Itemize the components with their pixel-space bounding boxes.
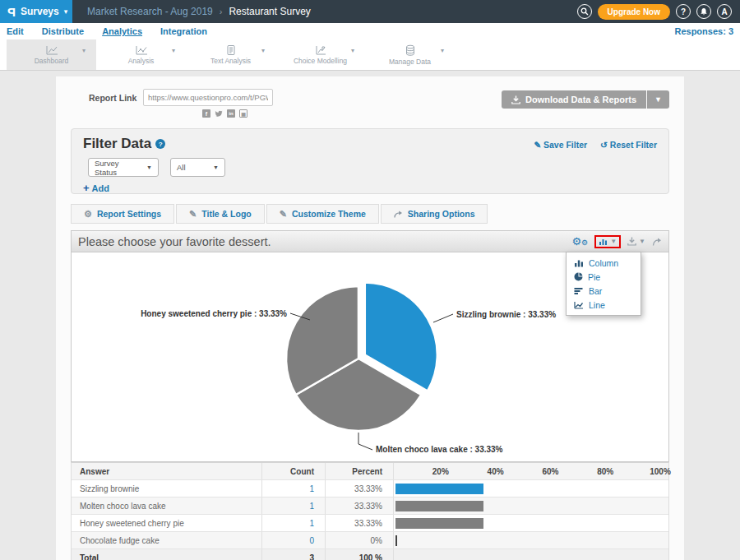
breadcrumb-survey-name: Restaurant Survey [229,6,310,17]
question-title: Please choose your favorite dessert. [78,235,271,248]
table-row: Honey sweetened cherry pie133.33% [72,514,668,531]
answer-cell: Sizzling brownie [72,480,262,497]
share-icon [652,238,662,246]
chart-share-button[interactable] [652,238,662,246]
axis-tick-60%: 60% [542,467,558,476]
header-axis-ticks: 20%40%60%80%100% [394,463,668,479]
toolbar-item-dashboard[interactable]: ▾ Dashboard [7,39,96,70]
nav-item-distribute[interactable]: Distribute [42,26,84,36]
avatar[interactable]: A [717,4,732,19]
count-link[interactable]: 1 [309,484,314,493]
count-link[interactable]: 0 [309,536,314,545]
chart-download-button[interactable]: ▼ [627,237,645,246]
report-link-input[interactable] [143,89,273,106]
table-row: Molten choco lava cake133.33% [72,497,668,514]
upgrade-now-button[interactable]: Upgrade Now [598,4,670,20]
breadcrumb-project-link[interactable]: Market Research - Aug 2019 [87,6,213,17]
responses-count-link[interactable]: Responses: 3 [674,26,733,36]
survey-status-select[interactable]: Survey Status▼ [88,158,159,177]
bar-cell [394,532,668,548]
answer-bar [395,484,483,494]
chevron-down-icon[interactable]: ▾ [441,47,444,54]
nav-item-integration[interactable]: Integration [160,26,207,36]
toolbar-item-analysis[interactable]: ▾ Analysis [96,39,186,70]
download-data-reports-button[interactable]: Download Data & Reports ▼ [502,90,669,109]
count-link[interactable]: 1 [309,502,314,511]
header-percent: Percent [326,463,394,479]
nav-item-edit[interactable]: Edit [7,26,24,36]
twitter-icon[interactable] [215,110,223,118]
linkedin-icon[interactable]: in [227,109,235,118]
product-name: Surveys [21,6,59,17]
filter-data-panel: Filter Data ? ✎ Save Filter ↺ Reset Filt… [71,128,669,194]
axis-tick-80%: 80% [597,467,613,476]
question-chart-panel: Please choose your favorite dessert. ⚙⚙ … [71,230,669,462]
top-navigation-bar: P Surveys ▾ Market Research - Aug 2019 ›… [0,0,740,23]
chart-type-menu: Column Pie Bar Line [566,252,641,316]
model-chart-icon [313,44,328,56]
count-cell: 1 [262,480,326,497]
tab-customize-theme[interactable]: ✎Customize Theme [266,204,379,224]
notifications-bell-icon[interactable] [696,4,711,19]
chevron-down-icon: ▼ [146,164,152,170]
menu-item-pie[interactable]: Pie [567,270,641,284]
percent-cell: 33.33% [326,515,394,531]
table-row: Sizzling brownie133.33% [72,479,668,497]
chevron-down-icon[interactable]: ▾ [261,47,265,54]
tab-sharing-options[interactable]: Sharing Options [381,204,488,224]
pie-slice-label: Sizzling brownie : 33.33% [456,310,556,319]
answer-cell: Honey sweetened cherry pie [72,515,262,531]
nav-item-analytics[interactable]: Analytics [102,26,142,36]
chevron-down-icon: ▼ [610,238,617,245]
menu-item-bar[interactable]: Bar [567,284,641,298]
tab-title-logo[interactable]: ✎Title & Logo [176,204,265,224]
facebook-icon[interactable]: f [202,109,210,118]
help-icon[interactable]: ? [155,139,165,149]
download-options-caret[interactable]: ▼ [646,90,669,109]
toolbar-item-manage-data[interactable]: ▾ Manage Data [365,39,455,70]
axis-tick-100%: 100% [650,467,671,476]
count-cell: 1 [262,498,326,514]
edit-icon: ✎ [280,209,287,220]
document-icon [225,44,237,56]
menu-item-line[interactable]: Line [567,298,641,312]
answer-cell: Molten choco lava cake [72,498,262,514]
count-cell: 1 [262,515,326,531]
chevron-down-icon: ▾ [64,7,68,16]
page-content: Report Link f in ▦ Download Data & Repor… [0,76,740,560]
pie-label-leader-line [358,433,372,450]
chart-type-selector-highlighted[interactable]: ▼ [594,235,621,248]
help-icon[interactable]: ? [676,4,691,19]
filter-actions: ✎ Save Filter ↺ Reset Filter [534,140,657,150]
menu-item-column[interactable]: Column [567,256,641,270]
chart-settings-gears-icon[interactable]: ⚙⚙ [571,236,588,247]
toolbar-item-choice-modelling[interactable]: ▾ Choice Modelling [275,39,365,70]
count-cell: 0 [262,532,326,548]
chevron-down-icon[interactable]: ▾ [82,47,86,54]
toolbar-item-text-analysis[interactable]: ▾ Text Analysis [186,39,275,70]
bar-cell [394,480,668,497]
axis-tick-20%: 20% [432,467,449,476]
report-tabs: ⚙Report Settings ✎Title & Logo ✎Customiz… [71,204,669,224]
count-link[interactable]: 1 [309,519,314,528]
breadcrumb: Market Research - Aug 2019 › Restaurant … [87,6,311,17]
pie-slice-label: Honey sweetened cherry pie : 33.33% [141,309,287,318]
search-icon[interactable] [577,4,592,19]
reset-filter-button[interactable]: ↺ Reset Filter [600,140,657,150]
chevron-down-icon[interactable]: ▾ [351,47,354,54]
total-percent: 100 % [326,549,394,560]
surveys-menu-button[interactable]: P Surveys ▾ [0,0,72,23]
chevron-down-icon: ▼ [213,164,219,170]
tab-report-settings[interactable]: ⚙Report Settings [71,204,174,224]
status-value-select[interactable]: All▼ [170,158,225,177]
chevron-down-icon[interactable]: ▾ [172,47,175,54]
embed-icon[interactable]: ▦ [239,109,247,118]
table-total-row: Total3100 % [72,548,668,560]
filter-data-title: Filter Data ? [83,136,165,152]
table-header-row: AnswerCountPercent20%40%60%80%100% [72,463,668,479]
header-count: Count [262,463,326,479]
save-filter-button[interactable]: ✎ Save Filter [534,140,587,150]
dashboard-card: Report Link f in ▦ Download Data & Repor… [56,76,684,560]
add-filter-button[interactable]: + Add [83,182,109,194]
answer-bar [395,501,483,511]
